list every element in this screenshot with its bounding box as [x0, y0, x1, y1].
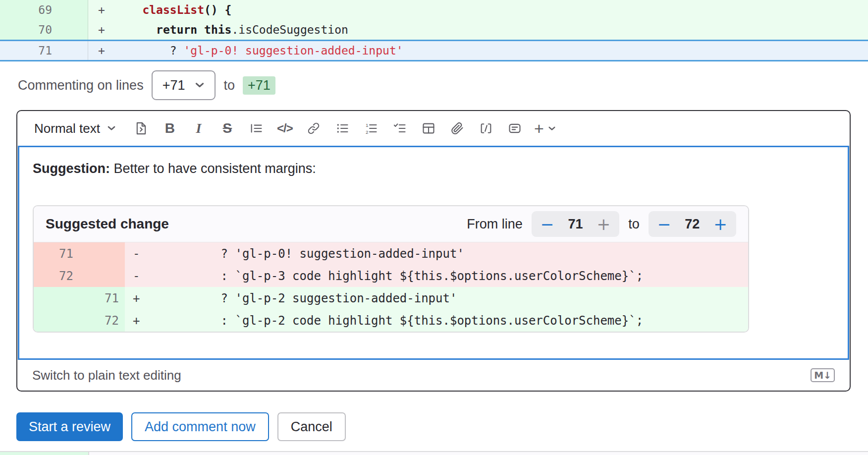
comment-editor: Normal text B I S </> 12 [16, 110, 851, 392]
from-line-dropdown[interactable]: +71 [152, 70, 216, 100]
increase-from-line-button[interactable]: + [597, 216, 611, 232]
added-line-71: 71 + ? 'gl-p-2 suggestion-added-input' [34, 287, 748, 309]
added-line-72: 72 + : `gl-p-2 code highlight ${this.$op… [34, 309, 748, 332]
more-options-button[interactable]: + [534, 120, 556, 137]
old-line-number: 71 [34, 242, 79, 265]
line-number-70[interactable]: 70 [0, 20, 88, 40]
code-line: return this.isCodeSuggestion [115, 23, 348, 36]
diff-marker: + [88, 3, 115, 16]
comment-text: Suggestion: Better to have consistent ma… [33, 161, 848, 176]
ordered-list-icon: 12 [364, 121, 378, 135]
attach-file-button[interactable] [446, 117, 469, 140]
task-list-button[interactable] [388, 117, 411, 140]
text-style-dropdown[interactable]: Normal text [28, 121, 122, 136]
new-line-number: 72 [79, 309, 125, 332]
next-diff-row-edge [0, 451, 868, 455]
to-line-stepper: − 72 + [649, 211, 736, 237]
to-label: to [628, 217, 640, 232]
add-comment-now-button[interactable]: Add comment now [131, 412, 269, 441]
diff-marker: + [125, 314, 163, 328]
svg-text:1: 1 [366, 122, 369, 128]
diff-line-69: 69 + classList() { [0, 0, 868, 20]
comment-text-bold: Suggestion: [33, 161, 110, 176]
diff-marker: + [125, 291, 163, 305]
removed-line-72: 72 - : `gl-p-3 code highlight ${this.$op… [34, 265, 748, 287]
line-range-controls: From line − 71 + to − 72 + [467, 211, 736, 237]
suggested-change-title: Suggested change [46, 216, 169, 232]
diff-line-70: 70 + return this.isCodeSuggestion [0, 20, 868, 40]
bold-button[interactable]: B [159, 117, 181, 140]
start-review-button[interactable]: Start a review [16, 412, 123, 441]
code-icon: </> [277, 121, 293, 135]
bullet-list-button[interactable] [331, 117, 354, 140]
old-line-number: 72 [34, 265, 79, 287]
line-number-71[interactable]: 71 [0, 41, 88, 60]
code-line: ? 'gl-p-0! suggestion-added-input' [115, 44, 403, 57]
suggested-change-header: Suggested change From line − 71 + to − 7… [34, 206, 748, 242]
removed-line-71: 71 - ? 'gl-p-0! suggestion-added-input' [34, 242, 748, 265]
quick-action-button[interactable] [475, 117, 497, 140]
switch-plain-text-button[interactable]: Switch to plain text editing [32, 368, 181, 383]
cancel-button[interactable]: Cancel [277, 412, 346, 441]
old-line-number [34, 287, 79, 309]
to-line-value: 72 [681, 217, 704, 232]
diff-marker: - [125, 247, 163, 261]
blockquote-button[interactable] [245, 117, 268, 140]
diff-marker: + [88, 44, 115, 57]
code-button[interactable]: </> [273, 117, 296, 140]
commenting-label: Commenting on lines [18, 78, 144, 93]
comment-icon [508, 121, 522, 135]
old-line-number [34, 309, 79, 332]
strikethrough-icon: S [223, 120, 232, 136]
markdown-icon[interactable]: M↓ [811, 368, 835, 382]
code-line: ? 'gl-p-0! suggestion-added-input' [163, 247, 464, 261]
from-line-stepper: − 71 + [532, 211, 619, 237]
italic-icon: I [196, 120, 201, 136]
comment-button[interactable] [503, 117, 526, 140]
editor-footer: Switch to plain text editing M↓ [17, 360, 850, 391]
table-button[interactable] [417, 117, 440, 140]
code-suggestion-button[interactable] [130, 117, 153, 140]
table-icon [422, 121, 435, 135]
diff-context: 69 + classList() { 70 + return this.isCo… [0, 0, 868, 61]
chevron-down-icon [107, 125, 116, 131]
strikethrough-button[interactable]: S [216, 117, 239, 140]
code-line: classList() { [115, 3, 231, 16]
diff-gutter-edge [0, 452, 89, 455]
text-style-value: Normal text [34, 121, 100, 136]
code-suggestion-icon [134, 121, 148, 135]
diff-marker: + [88, 23, 115, 36]
italic-button[interactable]: I [187, 117, 210, 140]
plus-icon: + [534, 120, 544, 137]
editor-content[interactable]: Suggestion: Better to have consistent ma… [18, 146, 849, 360]
commenting-bar: Commenting on lines +71 to +71 [0, 61, 275, 109]
ordered-list-button[interactable]: 12 [360, 117, 382, 140]
attach-file-icon [450, 121, 464, 135]
code-line: ? 'gl-p-2 suggestion-added-input' [163, 291, 457, 305]
diff-line-71-selected: 71 + ? 'gl-p-0! suggestion-added-input' [0, 40, 868, 61]
link-button[interactable] [302, 117, 325, 140]
comment-text-rest: Better to have consistent margins: [110, 161, 316, 176]
decrease-from-line-button[interactable]: − [541, 216, 554, 232]
svg-text:2: 2 [366, 129, 369, 135]
chevron-down-icon [195, 82, 205, 89]
quick-action-icon [479, 121, 493, 135]
diff-code-edge [89, 452, 868, 455]
line-number-69[interactable]: 69 [0, 0, 88, 20]
new-line-number [79, 265, 125, 287]
task-list-icon [393, 121, 407, 135]
to-line-badge: +71 [243, 76, 275, 95]
decrease-to-line-button[interactable]: − [657, 216, 671, 232]
from-line-value: 71 [564, 217, 587, 232]
to-word: to [223, 78, 235, 93]
increase-to-line-button[interactable]: + [713, 216, 727, 232]
diff-marker: - [125, 269, 163, 283]
suggested-change-widget: Suggested change From line − 71 + to − 7… [33, 205, 749, 333]
blockquote-icon [249, 121, 263, 135]
chevron-down-icon [548, 126, 556, 131]
comment-actions: Start a review Add comment now Cancel [16, 412, 346, 441]
editor-toolbar: Normal text B I S </> 12 [17, 111, 850, 146]
from-line-value: +71 [163, 78, 185, 93]
new-line-number: 71 [79, 287, 125, 309]
bullet-list-icon [335, 121, 349, 135]
